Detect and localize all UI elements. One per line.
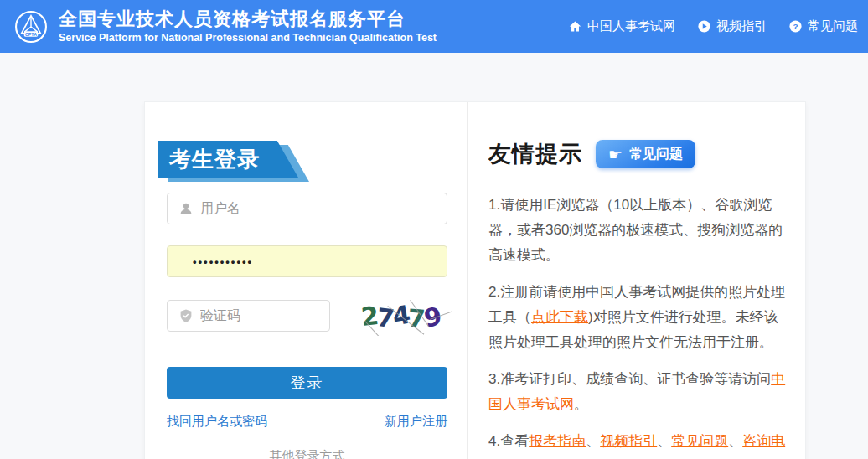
user-icon <box>178 201 194 216</box>
divider-line <box>167 456 260 456</box>
tip-item: 2.注册前请使用中国人事考试网提供的照片处理工具（点此下载)对照片文件进行处理。… <box>488 280 787 355</box>
login-button[interactable]: 登录 <box>167 367 447 399</box>
finger-icon: ☛ <box>608 147 623 162</box>
forgot-credentials-link[interactable]: 找回用户名或密码 <box>167 414 267 430</box>
exam-guide-link[interactable]: 报考指南 <box>529 433 586 449</box>
nav-video-guide[interactable]: 视频指引 <box>697 18 767 34</box>
tip-text: 1.请使用IE浏览器（10以上版本）、谷歌浏览器，或者360浏览器的极速模式、搜… <box>488 197 783 263</box>
username-input[interactable] <box>200 201 447 216</box>
header-nav: 中国人事考试网 视频指引 ? 常见问题 <box>568 18 868 34</box>
username-field-wrap <box>167 193 447 224</box>
main-card: 考生登录 27479 登录 找回用户名或密码 <box>144 101 806 459</box>
video-guide-link[interactable]: 视频指引 <box>600 433 657 449</box>
home-icon <box>568 19 582 34</box>
captcha-field-wrap <box>167 300 330 332</box>
password-input[interactable] <box>168 255 447 268</box>
tip-text: 、 <box>586 433 600 449</box>
new-user-register-link[interactable]: 新用户注册 <box>385 414 447 430</box>
nav-label: 视频指引 <box>716 18 767 34</box>
tip-text: 3.准考证打印、成绩查询、证书查验等请访问 <box>488 371 771 387</box>
site-title: 全国专业技术人员资格考试报名服务平台 <box>59 8 437 30</box>
tip-text: 。 <box>574 396 588 412</box>
captcha-input[interactable] <box>200 308 329 323</box>
svg-text:?: ? <box>793 22 798 31</box>
nav-label: 常见问题 <box>808 18 858 34</box>
login-banner-title: 考生登录 <box>158 141 298 178</box>
faq-pill-label: 常见问题 <box>629 146 683 163</box>
tip-item: 3.准考证打印、成绩查询、证书查验等请访问中国人事考试网。 <box>488 367 787 417</box>
nav-faq[interactable]: ? 常见问题 <box>788 18 858 34</box>
download-photo-tool-link[interactable]: 点此下载 <box>531 309 588 325</box>
captcha-image[interactable]: 27479 <box>350 296 452 336</box>
tips-list: 1.请使用IE浏览器（10以上版本）、谷歌浏览器，或者360浏览器的极速模式、搜… <box>488 193 787 459</box>
site-subtitle: Service Platform for National Profession… <box>59 31 437 44</box>
nav-china-personnel-exam-site[interactable]: 中国人事考试网 <box>568 18 675 34</box>
password-field-wrap <box>167 245 447 277</box>
login-links-row: 找回用户名或密码 新用户注册 <box>167 414 447 430</box>
play-icon <box>697 19 711 34</box>
shield-check-icon <box>178 308 194 323</box>
tip-item: 1.请使用IE浏览器（10以上版本）、谷歌浏览器，或者360浏览器的极速模式、搜… <box>488 193 787 268</box>
cpta-logo: CPTA <box>13 9 49 44</box>
tip-text: 4.查看 <box>488 433 529 449</box>
captcha-digit: 9 <box>422 301 445 333</box>
tips-header: 友情提示 ☛ 常见问题 <box>488 139 787 169</box>
top-header: CPTA 全国专业技术人员资格考试报名服务平台 Service Platform… <box>0 0 868 53</box>
login-panel: 考生登录 27479 登录 找回用户名或密码 <box>145 102 467 459</box>
nav-label: 中国人事考试网 <box>587 18 675 34</box>
tip-item: 4.查看报考指南、视频指引、常见问题、咨询电话。 <box>488 429 787 459</box>
other-login-label: 其他登录方式 <box>270 448 345 459</box>
tip-text: 、 <box>657 433 671 449</box>
svg-text:CPTA: CPTA <box>25 31 37 36</box>
divider-line <box>355 456 448 456</box>
tip-text: 、 <box>728 433 742 449</box>
tips-title: 友情提示 <box>488 139 582 169</box>
faq-pill-button[interactable]: ☛ 常见问题 <box>596 140 695 168</box>
faq-link[interactable]: 常见问题 <box>671 433 728 449</box>
login-banner: 考生登录 <box>158 141 325 183</box>
tips-panel: 友情提示 ☛ 常见问题 1.请使用IE浏览器（10以上版本）、谷歌浏览器，或者3… <box>468 102 805 459</box>
question-icon: ? <box>788 19 803 34</box>
other-login-divider: 其他登录方式 <box>167 448 447 459</box>
